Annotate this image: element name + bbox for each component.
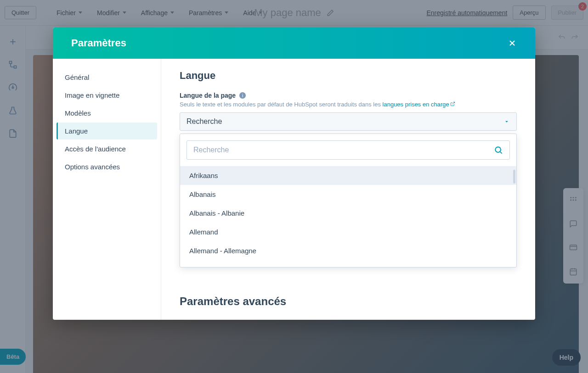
chevron-down-icon [503,118,510,125]
helper-text: Seuls le texte et les modules par défaut… [180,101,517,108]
scrollbar-thumb[interactable] [513,170,515,184]
sidebar-item-language[interactable]: Langue [57,122,157,139]
modal-title: Paramètres [71,37,126,49]
section-heading: Langue [180,70,517,82]
dropdown-panel: Afrikaans Albanais Albanais - Albanie Al… [180,134,517,267]
option-allemand-autriche[interactable]: Allemand - Autriche [180,260,516,267]
helper-prefix: Seuls le texte et les modules par défaut… [180,101,383,108]
option-allemand-allemagne[interactable]: Allemand - Allemagne [180,241,516,260]
info-icon[interactable]: i [239,92,246,99]
field-label: Langue de la page [180,92,236,99]
sidebar-item-audience[interactable]: Accès de l'audience [57,140,157,157]
sidebar-item-templates[interactable]: Modèles [57,105,157,122]
modal-content: Langue Langue de la page i Seuls le text… [161,59,535,320]
settings-modal: Paramètres Général Image en vignette Mod… [53,28,535,320]
option-allemand[interactable]: Allemand [180,223,516,241]
option-albanais[interactable]: Albanais [180,185,516,204]
dropdown-value: Recherche [187,117,222,126]
modal-sidebar: Général Image en vignette Modèles Langue… [53,59,161,320]
sidebar-item-thumbnail[interactable]: Image en vignette [57,87,157,104]
search-input-wrap [187,140,510,160]
close-icon[interactable] [508,39,517,48]
options-list[interactable]: Afrikaans Albanais Albanais - Albanie Al… [180,166,516,267]
sidebar-item-advanced[interactable]: Options avancées [57,158,157,175]
helper-link-label: langues prises en charge [383,101,449,108]
modal-body: Général Image en vignette Modèles Langue… [53,59,535,320]
helper-link[interactable]: langues prises en charge [383,101,455,108]
svg-line-21 [500,152,502,154]
modal-header: Paramètres [53,28,535,59]
option-afrikaans[interactable]: Afrikaans [180,166,516,185]
language-dropdown[interactable]: Recherche [180,112,517,131]
search-wrap [180,134,516,166]
svg-point-20 [495,147,501,152]
sidebar-item-general[interactable]: Général [57,69,157,86]
advanced-settings-heading: Paramètres avancés [180,295,517,308]
external-link-icon [450,101,455,106]
field-label-row: Langue de la page i [180,92,517,99]
option-albanais-albanie[interactable]: Albanais - Albanie [180,204,516,223]
search-icon[interactable] [494,145,503,155]
svg-line-19 [452,102,454,104]
search-input[interactable] [193,146,494,154]
